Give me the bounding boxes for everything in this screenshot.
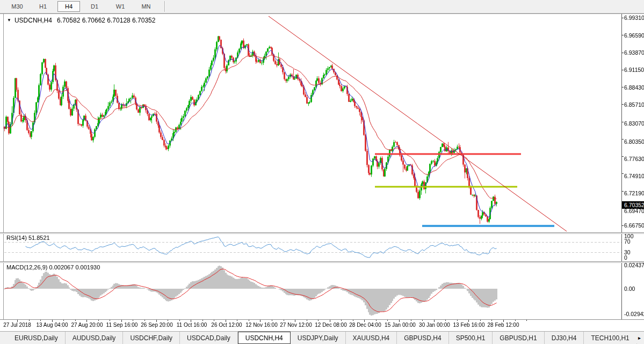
time-axis-label: 27 Aug 20:00 [71, 322, 103, 328]
time-axis-label: 12 Nov 16:00 [245, 322, 278, 328]
timeframe-button[interactable]: H4 [57, 1, 80, 12]
timeframe-toolbar: M30H1H4D1W1MN [0, 0, 644, 13]
chart-title: ▼USDCNH,H46.70582 6.70662 6.70128 6.7035… [7, 17, 155, 24]
chart-tab[interactable]: TECH100,H1 [584, 332, 636, 344]
ohlc-values: 6.70582 6.70662 6.70128 6.70352 [57, 17, 156, 24]
macd-indicator-label: MACD(12,26,9) 0.002067 0.001930 [6, 264, 100, 270]
time-axis-label: 30 Jan 00:00 [419, 322, 450, 328]
time-axis-label: 13 Aug 04:00 [37, 322, 68, 328]
tab-scroll-right-button[interactable]: ▸ [635, 332, 643, 343]
chart-tab[interactable]: GBPUSD,H4 [397, 332, 448, 344]
price-axis-label: 6.88430 [624, 84, 644, 91]
chart-tab[interactable]: GBPUSD,H1 [493, 332, 544, 344]
timeframe-button[interactable]: W1 [109, 1, 132, 12]
chart-canvas[interactable] [0, 0, 644, 344]
chart-tab[interactable]: USDCAD,Daily [180, 332, 238, 344]
price-axis-label: 6.66750 [624, 222, 644, 229]
time-axis-label: 15 Jan 00:00 [385, 322, 416, 328]
chart-window-top-border [0, 13, 644, 14]
timeframe-button[interactable]: H1 [32, 1, 54, 12]
current-price-tag: 6.70352 [622, 201, 644, 209]
price-axis-label: 6.74910 [624, 173, 644, 179]
panel-splitter-macd[interactable] [0, 261, 644, 263]
arrow-right-icon: ▸ [638, 335, 641, 341]
macd-axis-label: -0.029423 [624, 311, 644, 317]
timeframe-button[interactable]: D1 [83, 1, 106, 12]
price-axis-label: 6.77630 [624, 156, 644, 162]
time-axis-label: 12 Dec 08:00 [315, 322, 347, 328]
price-axis-label: 6.96590 [624, 32, 644, 39]
chart-tab[interactable]: USDCHF,Daily [123, 332, 180, 344]
panel-splitter-rsi[interactable] [0, 232, 644, 234]
symbol-label: USDCNH,H4 [15, 17, 52, 24]
timeframe-button[interactable]: MN [135, 1, 157, 12]
chart-window-left-border [3, 14, 4, 319]
time-axis-label: 26 Oct 12:00 [211, 322, 242, 328]
trading-platform-window: M30H1H4D1W1MN ▼USDCNH,H46.70582 6.70662 … [0, 0, 644, 344]
price-axis-line [621, 14, 622, 319]
price-axis-label: 6.72190 [624, 190, 644, 196]
macd-axis-label: 0.024372 [624, 262, 644, 268]
chart-tab[interactable]: DJ30,H4 [545, 332, 584, 344]
chart-tab[interactable]: XAUUSD,H4 [346, 332, 397, 344]
time-axis-label: 11 Sep 16:00 [106, 322, 138, 328]
time-axis-label: 26 Sep 20:00 [141, 322, 173, 328]
rsi-axis-label: 0 [624, 254, 627, 261]
time-axis-border [0, 319, 644, 320]
price-axis-label: 6.99310 [624, 14, 644, 21]
rsi-axis-label: 70 [624, 238, 631, 245]
chevron-down-icon[interactable]: ▼ [7, 18, 11, 23]
toolbar-separator [164, 1, 165, 12]
time-axis-label: 27 Jul 2018 [3, 322, 31, 328]
timeframe-button[interactable]: M30 [6, 1, 28, 12]
chart-tab[interactable]: USDCNH,H4 [238, 332, 291, 344]
chart-tab[interactable]: AUDUSD,Daily [66, 332, 124, 344]
price-axis-label: 6.85710 [624, 101, 644, 108]
rsi-indicator-label: RSI(14) 51.8521 [6, 235, 50, 241]
price-axis-label: 6.93870 [624, 49, 644, 56]
price-axis-label: 6.80350 [624, 138, 644, 145]
time-axis-label: 28 Dec 04:00 [349, 322, 381, 328]
macd-axis-label: 0.00 [624, 286, 635, 292]
time-axis-label: 27 Nov 12:00 [280, 322, 312, 328]
chart-tabs-bar: EURUSD,DailyAUDUSD,DailyUSDCHF,DailyUSDC… [0, 331, 644, 344]
chart-tab[interactable]: EURUSD,Daily [8, 332, 66, 344]
price-axis-label: 6.91150 [624, 67, 644, 73]
time-axis-label: 28 Feb 12:00 [488, 322, 519, 328]
timeframe-buttons: M30H1H4D1W1MN [4, 1, 159, 12]
time-axis-label: 11 Oct 16:00 [177, 322, 207, 328]
chart-tab[interactable]: SP500,H1 [449, 332, 493, 344]
time-axis-label: 13 Feb 16:00 [453, 322, 485, 328]
chart-tab[interactable]: USDJPY,Daily [291, 332, 346, 344]
price-axis-label: 6.83070 [624, 120, 644, 127]
